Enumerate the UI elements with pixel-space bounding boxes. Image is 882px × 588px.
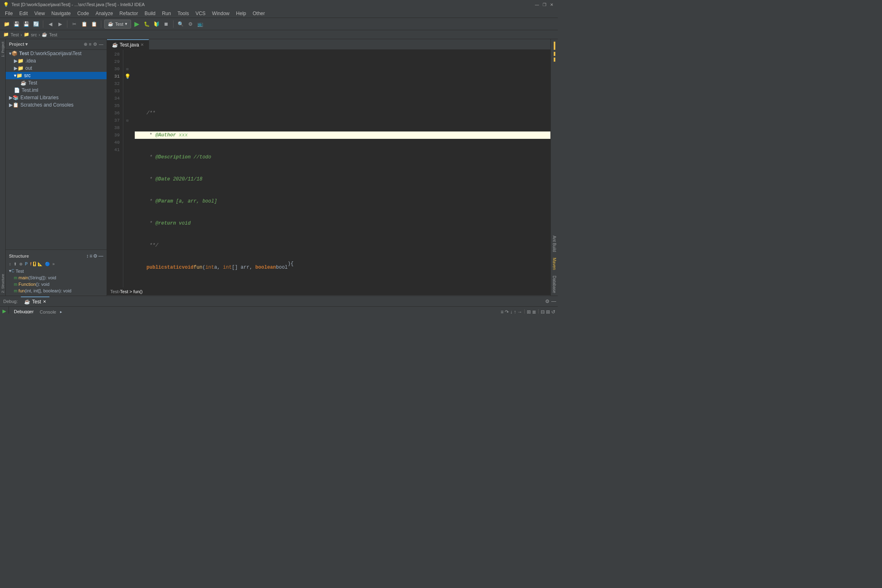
menu-other[interactable]: Other xyxy=(249,10,268,17)
struct-class-btn[interactable]: P xyxy=(24,261,29,267)
debug-run-cursor-icon[interactable]: → xyxy=(517,309,522,314)
debug-minimize-icon[interactable]: — xyxy=(551,298,556,304)
breadcrumb-test[interactable]: Test xyxy=(11,32,19,37)
structure-tab-vertical[interactable]: 2: Structure xyxy=(0,272,6,296)
fold-btn-37[interactable]: ⊟ xyxy=(126,118,128,123)
toolbar-back-btn[interactable]: ◀ xyxy=(46,20,54,28)
struct-sort-visibility-btn[interactable]: ⬆ xyxy=(13,261,18,267)
run-config-selector[interactable]: ☕ Test ▾ xyxy=(104,20,131,29)
tree-idea[interactable]: ▶ 📁 .idea xyxy=(6,57,107,65)
tree-root[interactable]: ▾ 📦 Test D:\workSpace\java\Test xyxy=(6,50,107,57)
debug-settings-icon[interactable]: ⚙ xyxy=(545,298,550,304)
right-stripe-yellow2[interactable] xyxy=(554,52,555,56)
struct-more-btn[interactable]: » xyxy=(51,261,56,267)
sidebar-close-icon[interactable]: — xyxy=(99,42,103,47)
menu-analyze[interactable]: Analyze xyxy=(92,10,116,17)
terminal-btn[interactable]: 📺 xyxy=(196,20,204,28)
warning-icon-31[interactable]: 💡 xyxy=(125,74,131,80)
debug-tab-close[interactable]: ✕ xyxy=(43,299,46,304)
tree-test-java[interactable]: ☕ Test xyxy=(6,79,107,87)
menu-help[interactable]: Help xyxy=(233,10,249,17)
close-button[interactable]: ✕ xyxy=(549,2,555,7)
menu-vcs[interactable]: VCS xyxy=(192,10,209,17)
search-everywhere-btn[interactable]: 🔍 xyxy=(176,20,185,28)
debug-step-into-icon[interactable]: ↓ xyxy=(510,309,512,314)
struct-sort-alpha-btn[interactable]: ↕ xyxy=(8,261,12,267)
debug-watch-icon[interactable]: ≣ xyxy=(532,309,536,314)
struct-filter-icon[interactable]: ≡ xyxy=(89,253,92,259)
struct-anon-btn[interactable]: 📐 xyxy=(37,261,43,267)
ant-build-tab[interactable]: Ant Build xyxy=(551,233,557,254)
struct-expand-btn[interactable]: ⊕ xyxy=(18,261,23,267)
tree-out[interactable]: ▶ 📁 out xyxy=(6,65,107,72)
menu-window[interactable]: Window xyxy=(209,10,233,17)
debug-layout-icon1[interactable]: ⊟ xyxy=(541,309,545,314)
tree-scratches[interactable]: ▶ 📋 Scratches and Consoles xyxy=(6,101,107,109)
toolbar-cut-btn[interactable]: ✂ xyxy=(70,20,78,28)
struct-main-method[interactable]: m main (String[]): void xyxy=(6,274,107,281)
toolbar-copy-btn[interactable]: 📋 xyxy=(80,20,88,28)
sidebar-scroll-icon[interactable]: ≡ xyxy=(89,42,91,47)
menu-build[interactable]: Build xyxy=(141,10,159,17)
debug-filter-icon[interactable]: ≡ xyxy=(501,309,503,314)
struct-fields-btn[interactable]: f xyxy=(29,261,32,267)
run-button[interactable]: ▶ xyxy=(133,20,141,28)
debug-evaluate-icon[interactable]: ⊞ xyxy=(527,309,531,314)
struct-sort-icon[interactable]: ↕ xyxy=(86,253,89,259)
struct-class-item[interactable]: ▾ C Test xyxy=(6,267,107,274)
toolbar-save-btn[interactable]: 💾 xyxy=(12,20,20,28)
menu-tools[interactable]: Tools xyxy=(174,10,192,17)
tree-test-iml[interactable]: 📄 Test.iml xyxy=(6,87,107,94)
editor-bc-fun[interactable]: Test > fun() xyxy=(120,289,143,294)
menu-view[interactable]: View xyxy=(31,10,48,17)
sidebar-locate-icon[interactable]: ⊕ xyxy=(84,42,87,47)
editor-tab-test-java[interactable]: ☕ Test.java ✕ xyxy=(107,39,149,49)
fold-btn-30[interactable]: ⊟ xyxy=(126,67,128,71)
toolbar-sync-btn[interactable]: 🔄 xyxy=(32,20,40,28)
subtab-console[interactable]: Console xyxy=(37,309,58,314)
toolbar-paste-btn[interactable]: 📋 xyxy=(90,20,98,28)
menu-code[interactable]: Code xyxy=(74,10,92,17)
coverage-button[interactable]: 🔰 xyxy=(152,20,160,28)
debug-step-out-icon[interactable]: ↑ xyxy=(514,309,516,314)
editor-bc-test[interactable]: Test xyxy=(110,289,118,294)
breadcrumb-file[interactable]: Test xyxy=(49,32,57,37)
breadcrumb-src[interactable]: src xyxy=(31,32,37,37)
maven-tab[interactable]: Maven xyxy=(551,255,557,272)
debug-step-over-icon[interactable]: ↷ xyxy=(505,309,509,314)
struct-function-method[interactable]: m Function (): void xyxy=(6,281,107,287)
tree-src[interactable]: ▾ 📁 src xyxy=(6,72,107,79)
database-tab[interactable]: Database xyxy=(551,273,557,296)
struct-close-icon[interactable]: — xyxy=(98,253,103,259)
editor-tab-close[interactable]: ✕ xyxy=(140,42,144,47)
minimize-button[interactable]: — xyxy=(534,2,540,7)
project-tab-vertical[interactable]: 1: Project xyxy=(0,39,6,60)
subtab-console-arrow[interactable]: ▸ xyxy=(60,310,62,314)
menu-navigate[interactable]: Navigate xyxy=(48,10,74,17)
right-stripe-yellow[interactable] xyxy=(554,42,555,50)
menu-edit[interactable]: Edit xyxy=(16,10,31,17)
subtab-debugger[interactable]: Debugger xyxy=(11,309,36,314)
settings-btn[interactable]: ⚙ xyxy=(186,20,194,28)
struct-gear-icon[interactable]: ⚙ xyxy=(93,253,98,259)
debug-button[interactable]: 🐛 xyxy=(143,20,151,28)
linenum-31: 31 xyxy=(107,73,120,80)
struct-fun-method[interactable]: m fun (int, int[], boolean): void xyxy=(6,287,107,294)
debug-layout-icon2[interactable]: ⊞ xyxy=(546,309,550,314)
debug-restore-icon[interactable]: ↺ xyxy=(551,309,555,314)
debug-resume-icon[interactable]: ▶ xyxy=(2,308,6,314)
maximize-button[interactable]: ❐ xyxy=(541,2,547,7)
stop-button[interactable]: ⏹ xyxy=(162,20,170,28)
menu-run[interactable]: Run xyxy=(159,10,174,17)
code-content[interactable]: /** * @Author xxx * @Description //todo … xyxy=(131,50,550,287)
toolbar-save-all-btn[interactable]: 💾 xyxy=(22,20,30,28)
menu-refactor[interactable]: Refactor xyxy=(116,10,141,17)
menu-file[interactable]: File xyxy=(2,10,16,17)
right-stripe-yellow3[interactable] xyxy=(554,58,555,62)
tree-external-libs[interactable]: ▶ 📚 External Libraries xyxy=(6,94,107,101)
struct-methods-btn[interactable]: f xyxy=(33,262,36,266)
sidebar-gear-icon[interactable]: ⚙ xyxy=(93,42,97,47)
debug-tab-test[interactable]: ☕ Test ✕ xyxy=(21,296,49,306)
toolbar-forward-btn[interactable]: ▶ xyxy=(56,20,64,28)
struct-inherited-btn[interactable]: 🔵 xyxy=(44,261,51,267)
